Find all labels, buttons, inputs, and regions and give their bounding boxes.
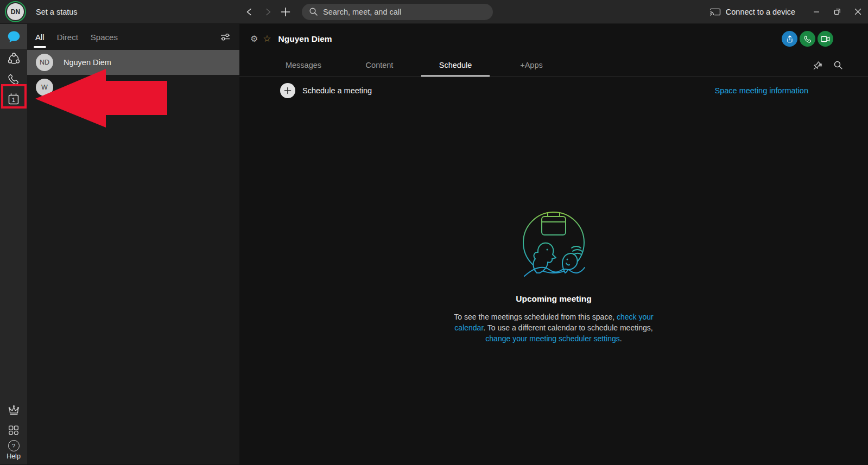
space-meeting-information-link[interactable]: Space meeting information: [715, 86, 809, 95]
conversation-list: ND Nguyen Diem W: [27, 50, 239, 100]
empty-state-title: Upcoming meeting: [516, 294, 592, 304]
search-in-space-button[interactable]: [833, 60, 843, 70]
titlebar-left: DN Set a status: [0, 1, 239, 22]
tab-schedule[interactable]: Schedule: [417, 54, 493, 77]
set-status-button[interactable]: Set a status: [36, 8, 78, 16]
maximize-button[interactable]: [827, 0, 847, 24]
close-icon: [854, 8, 861, 15]
phone-call-icon: [803, 35, 812, 43]
avatar: ND: [36, 54, 53, 71]
restore-icon: [834, 8, 841, 15]
space-tabs: Messages Content Schedule +Apps: [239, 54, 868, 77]
help-label: Help: [7, 453, 21, 460]
help-icon: ?: [8, 440, 20, 451]
sidebar-item-apps[interactable]: [0, 420, 27, 440]
conversation-name: Nguyen Diem: [64, 58, 111, 67]
titlebar: DN Set a status Search, meet, and call C…: [0, 0, 868, 24]
space-header: ⚙ ☆ Nguyen Diem: [239, 24, 868, 54]
main-area: ⚙ ☆ Nguyen Diem: [239, 24, 868, 464]
profile-avatar[interactable]: DN: [7, 3, 24, 20]
favorite-star-icon[interactable]: ☆: [263, 33, 271, 44]
schedule-toolbar: Schedule a meeting Space meeting informa…: [239, 81, 868, 100]
pin-icon: [813, 60, 823, 71]
video-call-button[interactable]: [818, 31, 833, 47]
tab-content[interactable]: Content: [341, 54, 417, 77]
crown-icon: [7, 403, 21, 417]
filter-button[interactable]: [219, 31, 231, 43]
tab-row-actions: [813, 60, 868, 71]
connect-device-icon: [709, 7, 721, 16]
help-glyph: ?: [12, 443, 15, 449]
plus-icon: [280, 7, 291, 17]
calendar-icon: 1: [7, 92, 21, 106]
tab-apps[interactable]: +Apps: [493, 54, 569, 77]
empty-text-part3: .: [620, 334, 622, 343]
call-actions: [782, 31, 857, 47]
sidebar-item-teams[interactable]: [0, 49, 27, 69]
empty-state-text: To see the meetings scheduled from this …: [451, 311, 656, 344]
audio-call-button[interactable]: [800, 31, 815, 47]
avatar-initials: W: [41, 84, 48, 91]
search-placeholder: Search, meet, and call: [323, 8, 401, 16]
minimize-icon: [813, 9, 820, 15]
conversations-panel: All Direct Spaces ND Nguyen Diem: [27, 24, 239, 464]
chevron-left-icon: [245, 7, 255, 17]
sidebar-item-whats-new[interactable]: [0, 400, 27, 420]
sidebar-item-calling[interactable]: [0, 69, 27, 89]
plus-icon: [284, 87, 292, 94]
schedule-meeting-button[interactable]: [280, 83, 295, 98]
tab-messages[interactable]: Messages: [265, 54, 341, 77]
chat-bubble-icon: [7, 30, 21, 43]
tab-all[interactable]: All: [35, 30, 45, 44]
sidebar-item-messaging[interactable]: [0, 24, 27, 49]
tab-direct[interactable]: Direct: [57, 30, 78, 44]
forward-button[interactable]: [261, 5, 274, 18]
avatar: W: [36, 79, 53, 96]
calendar-badge: 1: [12, 96, 15, 103]
titlebar-right: Connect to a device: [709, 0, 868, 23]
conversation-filter-tabs: All Direct Spaces: [27, 24, 239, 50]
empty-text-part1: To see the meetings scheduled from this …: [454, 313, 617, 321]
share-screen-button[interactable]: [782, 31, 797, 47]
minimize-button[interactable]: [806, 0, 827, 24]
space-title: Nguyen Diem: [278, 34, 332, 44]
share-screen-icon: [785, 35, 794, 43]
filter-sliders-icon: [219, 31, 231, 43]
schedule-meeting-label[interactable]: Schedule a meeting: [302, 86, 372, 95]
history-nav: [243, 5, 292, 18]
connect-to-device-button[interactable]: Connect to a device: [709, 7, 795, 16]
video-camera-icon: [821, 35, 830, 43]
teams-icon: [7, 52, 21, 66]
list-item[interactable]: W: [27, 75, 239, 100]
pin-button[interactable]: [813, 60, 823, 71]
chevron-right-icon: [263, 7, 273, 17]
search-icon: [833, 60, 843, 70]
connect-to-device-label: Connect to a device: [726, 8, 795, 16]
search-input[interactable]: Search, meet, and call: [302, 4, 493, 20]
navigation-rail: 1 ? Help: [0, 24, 27, 464]
back-button[interactable]: [243, 5, 256, 18]
apps-grid-icon: [7, 424, 20, 437]
meeting-illustration: [519, 209, 588, 281]
list-item[interactable]: ND Nguyen Diem: [27, 50, 239, 75]
search-icon: [309, 7, 318, 16]
sidebar-item-meetings[interactable]: 1: [0, 89, 27, 109]
new-plus-button[interactable]: [279, 5, 292, 18]
close-button[interactable]: [847, 0, 868, 24]
change-meeting-scheduler-settings-link[interactable]: change your meeting scheduler settings: [485, 334, 619, 343]
space-settings-gear-icon[interactable]: ⚙: [250, 34, 258, 44]
phone-icon: [7, 73, 20, 86]
empty-text-part2: . To use a different calendar to schedul…: [483, 323, 652, 332]
sidebar-item-help[interactable]: ? Help: [7, 440, 21, 464]
tab-spaces[interactable]: Spaces: [91, 30, 118, 44]
upcoming-meeting-empty-state: Upcoming meeting To see the meetings sch…: [239, 209, 868, 344]
profile-avatar-initials: DN: [11, 8, 20, 16]
avatar-initials: ND: [40, 59, 49, 66]
